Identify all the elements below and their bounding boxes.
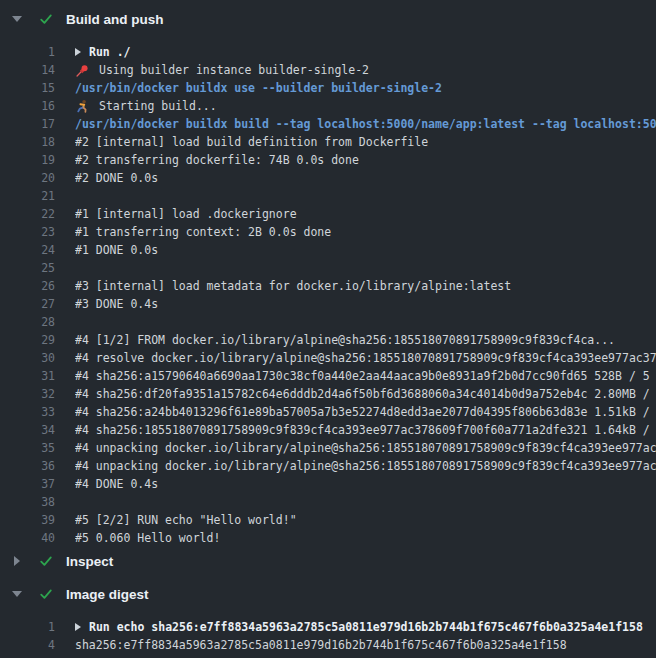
line-number[interactable]: 37 [0, 477, 55, 491]
line-number[interactable]: 1 [0, 45, 55, 59]
log-line: 28 [0, 313, 656, 331]
line-number[interactable]: 19 [0, 153, 55, 167]
line-number[interactable]: 28 [0, 315, 55, 329]
line-text: #4 unpacking docker.io/library/alpine@sh… [75, 441, 656, 455]
runner-emoji-icon [75, 99, 90, 114]
line-number[interactable]: 20 [0, 171, 55, 185]
line-number[interactable]: 21 [0, 189, 55, 203]
line-number[interactable]: 16 [0, 99, 55, 113]
line-text: #4 sha256:a24bb4013296f61e89ba57005a7b3e… [75, 405, 650, 419]
line-number[interactable]: 27 [0, 297, 55, 311]
log-line: 24 #1 DONE 0.0s [0, 241, 656, 259]
line-text: #4 sha256:df20fa9351a15782c64e6dddb2d4a6… [75, 387, 650, 401]
line-text: #4 [1/2] FROM docker.io/library/alpine@s… [75, 333, 615, 347]
line-number[interactable]: 39 [0, 513, 55, 527]
log-line: 1 Run ./ [0, 43, 656, 61]
log-section: Inspect [0, 552, 656, 570]
log-line: 4 sha256:e7ff8834a5963a2785c5a0811e979d1… [0, 636, 656, 654]
log-section: Build and push 1 Run ./ 14 Using builder… [0, 10, 656, 547]
log-line: 35 #4 unpacking docker.io/library/alpine… [0, 439, 656, 457]
run-expander-icon[interactable] [75, 48, 81, 56]
log-line: 17 /usr/bin/docker buildx build --tag lo… [0, 115, 656, 133]
log-lines: 1 Run echo sha256:e7ff8834a5963a2785c5a0… [0, 618, 656, 654]
line-text: #2 [internal] load build definition from… [75, 135, 428, 149]
line-number[interactable]: 18 [0, 135, 55, 149]
log-line: 30 #4 resolve docker.io/library/alpine@s… [0, 349, 656, 367]
log-line: 16 Starting build... [0, 97, 656, 115]
log-line: 32 #4 sha256:df20fa9351a15782c64e6dddb2d… [0, 385, 656, 403]
log-lines: 1 Run ./ 14 Using builder instance build… [0, 43, 656, 547]
line-text: #3 [internal] load metadata for docker.i… [75, 279, 511, 293]
line-number[interactable]: 38 [0, 495, 55, 509]
log-line: 31 #4 sha256:a15790640a6690aa1730c38cf0a… [0, 367, 656, 385]
check-icon [38, 553, 54, 569]
section-header[interactable]: Build and push [0, 10, 656, 28]
line-text: Using builder instance builder-single-2 [99, 63, 369, 77]
line-text: #2 transferring dockerfile: 74B 0.0s don… [75, 153, 359, 167]
line-number[interactable]: 34 [0, 423, 55, 437]
line-number[interactable]: 32 [0, 387, 55, 401]
log-line: 19 #2 transferring dockerfile: 74B 0.0s … [0, 151, 656, 169]
chevron-down-icon[interactable] [12, 16, 22, 22]
line-text: #4 DONE 0.4s [75, 477, 158, 491]
line-number[interactable]: 33 [0, 405, 55, 419]
line-text: /usr/bin/docker buildx build --tag local… [75, 117, 656, 131]
line-text: sha256:e7ff8834a5963a2785c5a0811e979d16b… [75, 638, 567, 652]
line-text: #5 0.060 Hello world! [75, 531, 220, 545]
workflow-log-panel: Build and push 1 Run ./ 14 Using builder… [0, 0, 656, 658]
line-number[interactable]: 25 [0, 261, 55, 275]
line-number[interactable]: 17 [0, 117, 55, 131]
section-title: Build and push [66, 12, 164, 27]
line-text: #3 DONE 0.4s [75, 297, 158, 311]
line-text: #4 sha256:a15790640a6690aa1730c38cf0a440… [75, 369, 650, 383]
log-line: 38 [0, 493, 656, 511]
line-number[interactable]: 30 [0, 351, 55, 365]
line-number[interactable]: 1 [0, 620, 55, 634]
log-line: 23 #1 transferring context: 2B 0.0s done [0, 223, 656, 241]
line-number[interactable]: 31 [0, 369, 55, 383]
line-text: #1 [internal] load .dockerignore [75, 207, 297, 221]
section-title: Image digest [66, 587, 149, 602]
line-number[interactable]: 26 [0, 279, 55, 293]
line-text: Run echo sha256:e7ff8834a5963a2785c5a081… [89, 620, 643, 634]
line-number[interactable]: 36 [0, 459, 55, 473]
check-icon [38, 586, 54, 602]
log-line: 29 #4 [1/2] FROM docker.io/library/alpin… [0, 331, 656, 349]
line-text: #2 DONE 0.0s [75, 171, 158, 185]
log-line: 27 #3 DONE 0.4s [0, 295, 656, 313]
line-number[interactable]: 22 [0, 207, 55, 221]
log-line: 25 [0, 259, 656, 277]
line-number[interactable]: 35 [0, 441, 55, 455]
line-text: #4 sha256:185518070891758909c9f839cf4ca3… [75, 423, 650, 437]
line-number[interactable]: 14 [0, 63, 55, 77]
log-line: 40 #5 0.060 Hello world! [0, 529, 656, 547]
chevron-right-icon[interactable] [12, 556, 22, 566]
line-number[interactable]: 29 [0, 333, 55, 347]
line-text: #1 DONE 0.0s [75, 243, 158, 257]
line-number[interactable]: 40 [0, 531, 55, 545]
line-text: Starting build... [99, 99, 217, 113]
run-expander-icon[interactable] [75, 623, 81, 631]
line-text: #5 [2/2] RUN echo "Hello world!" [75, 513, 297, 527]
log-line: 15 /usr/bin/docker buildx use --builder … [0, 79, 656, 97]
log-line: 34 #4 sha256:185518070891758909c9f839cf4… [0, 421, 656, 439]
line-number[interactable]: 23 [0, 225, 55, 239]
log-line: 22 #1 [internal] load .dockerignore [0, 205, 656, 223]
line-text: Run ./ [89, 45, 131, 59]
log-line: 39 #5 [2/2] RUN echo "Hello world!" [0, 511, 656, 529]
log-line: 33 #4 sha256:a24bb4013296f61e89ba57005a7… [0, 403, 656, 421]
log-line: 14 Using builder instance builder-single… [0, 61, 656, 79]
log-line: 26 #3 [internal] load metadata for docke… [0, 277, 656, 295]
log-line: 37 #4 DONE 0.4s [0, 475, 656, 493]
line-text: /usr/bin/docker buildx use --builder bui… [75, 81, 442, 95]
line-number[interactable]: 24 [0, 243, 55, 257]
section-title: Inspect [66, 554, 113, 569]
log-line: 20 #2 DONE 0.0s [0, 169, 656, 187]
line-number[interactable]: 4 [0, 638, 55, 652]
line-number[interactable]: 15 [0, 81, 55, 95]
pushpin-emoji-icon [75, 63, 90, 78]
section-header[interactable]: Inspect [0, 552, 656, 570]
section-header[interactable]: Image digest [0, 585, 656, 603]
log-line: 21 [0, 187, 656, 205]
chevron-down-icon[interactable] [12, 591, 22, 597]
